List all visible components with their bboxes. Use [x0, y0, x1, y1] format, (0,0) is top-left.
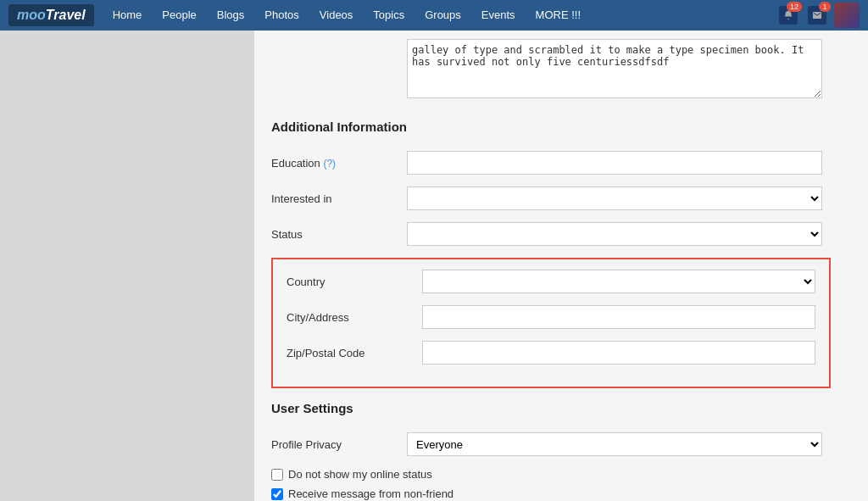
user-settings-title: User Settings: [271, 401, 831, 420]
status-label: Status: [271, 228, 407, 241]
online-status-checkbox[interactable]: [271, 469, 283, 481]
receive-message-checkbox[interactable]: [271, 488, 283, 500]
zip-input[interactable]: [422, 341, 815, 365]
interested-in-label: Interested in: [271, 192, 407, 205]
zip-label: Zip/Postal Code: [287, 347, 422, 359]
logo[interactable]: mooTravel: [8, 4, 94, 26]
online-status-label: Do not show my online status: [288, 468, 432, 481]
nav-groups[interactable]: Groups: [415, 0, 471, 31]
education-help-icon[interactable]: (?): [323, 158, 336, 170]
location-box: Country City/Address Zip/Postal Code: [271, 258, 831, 388]
nav-people[interactable]: People: [152, 0, 206, 31]
interested-in-row: Interested in: [271, 186, 831, 210]
logo-text: moo: [17, 8, 46, 22]
notification-badge-1[interactable]: 12: [776, 3, 800, 27]
bio-textarea[interactable]: galley of type and scrambled it to make …: [407, 39, 822, 98]
country-label: Country: [287, 276, 422, 288]
nav-menu: Home People Blogs Photos Videos Topics G…: [103, 0, 776, 31]
receive-message-checkbox-row: Receive message from non-friend: [271, 487, 831, 500]
content-inner: galley of type and scrambled it to make …: [254, 31, 848, 501]
avatar[interactable]: [834, 3, 860, 28]
nav-photos[interactable]: Photos: [254, 0, 309, 31]
city-row: City/Address: [287, 305, 815, 329]
education-label: Education (?): [271, 157, 407, 170]
status-row: Status: [271, 222, 831, 246]
status-select[interactable]: [407, 222, 822, 246]
online-status-checkbox-row: Do not show my online status: [271, 468, 831, 481]
user-settings-section: User Settings Profile Privacy Everyone F…: [271, 401, 831, 500]
notification-badge-2[interactable]: 1: [805, 3, 829, 27]
nav-home[interactable]: Home: [103, 0, 153, 31]
navbar: mooTravel Home People Blogs Photos Video…: [0, 0, 868, 31]
nav-more[interactable]: MORE !!!: [526, 0, 591, 31]
nav-events[interactable]: Events: [471, 0, 526, 31]
education-row: Education (?): [271, 151, 831, 175]
nav-videos[interactable]: Videos: [309, 0, 364, 31]
nav-topics[interactable]: Topics: [363, 0, 415, 31]
country-row: Country: [287, 270, 815, 293]
badge-count-1: 12: [787, 2, 802, 12]
education-input[interactable]: [407, 151, 822, 175]
receive-message-label: Receive message from non-friend: [288, 487, 453, 500]
profile-privacy-label: Profile Privacy: [271, 438, 407, 451]
nav-right: 12 1: [776, 3, 860, 28]
profile-privacy-row: Profile Privacy Everyone Friends Only On…: [271, 432, 831, 456]
city-label: City/Address: [287, 311, 422, 324]
logo-text2: Travel: [46, 8, 86, 22]
page-layout: galley of type and scrambled it to make …: [0, 31, 868, 501]
city-input[interactable]: [422, 305, 815, 329]
profile-privacy-select[interactable]: Everyone Friends Only Only Me: [407, 432, 822, 456]
interested-in-select[interactable]: [407, 186, 822, 210]
sidebar: [0, 31, 254, 501]
country-select[interactable]: [422, 270, 815, 293]
additional-info-title: Additional Information: [271, 120, 831, 138]
zip-row: Zip/Postal Code: [287, 341, 815, 365]
nav-blogs[interactable]: Blogs: [207, 0, 255, 31]
badge-count-2: 1: [819, 2, 831, 12]
main-content: galley of type and scrambled it to make …: [254, 31, 868, 501]
